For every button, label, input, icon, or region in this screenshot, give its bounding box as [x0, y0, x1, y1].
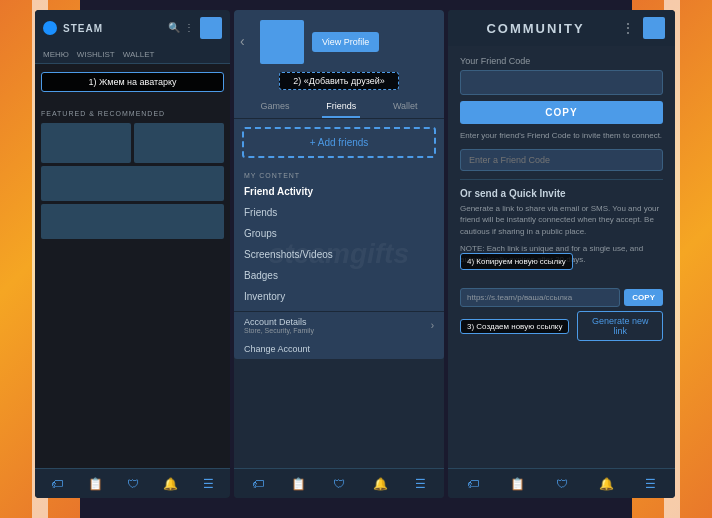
list-icon-mid[interactable]: 📋 [291, 477, 306, 491]
community-panel: COMMUNITY ⋮ Your Friend Code COPY Enter … [448, 10, 675, 498]
friend-code-label: Your Friend Code [460, 56, 663, 66]
tag-icon[interactable]: 🏷 [51, 477, 63, 491]
shield-icon[interactable]: 🛡 [127, 477, 139, 491]
tab-friends[interactable]: Friends [322, 96, 360, 118]
tag-icon-mid[interactable]: 🏷 [252, 477, 264, 491]
hamburger-icon-mid[interactable]: ☰ [415, 477, 426, 491]
badges-item[interactable]: Badges [234, 265, 444, 286]
groups-item[interactable]: Groups [234, 223, 444, 244]
generate-row: 3) Создаем новую ссылку Generate new lin… [460, 311, 663, 341]
featured-img-2 [134, 123, 224, 163]
profile-tabs: Games Friends Wallet [234, 96, 444, 119]
copy-link-button[interactable]: COPY [624, 289, 663, 306]
list-icon-right[interactable]: 📋 [510, 477, 525, 491]
middle-bottom-nav: 🏷 📋 🛡 🔔 ☰ [234, 468, 444, 498]
profile-top: ‹ View Profile [234, 10, 444, 72]
shield-icon-right[interactable]: 🛡 [556, 477, 568, 491]
featured-img-3 [41, 166, 224, 201]
steam-title: STEAM [63, 23, 103, 34]
community-menu-icon[interactable]: ⋮ [621, 20, 635, 36]
avatar[interactable] [200, 17, 222, 39]
community-header: COMMUNITY ⋮ [448, 10, 675, 46]
step1-tooltip: 1) Жмем на аватарку [41, 72, 224, 92]
bell-icon[interactable]: 🔔 [163, 477, 178, 491]
right-bottom-nav: 🏷 📋 🛡 🔔 ☰ [448, 468, 675, 498]
steam-window-controls: 🔍 ⋮ [168, 17, 222, 39]
featured-img-1 [41, 123, 131, 163]
list-icon[interactable]: 📋 [88, 477, 103, 491]
enter-friend-code-input[interactable] [460, 149, 663, 171]
featured-label: FEATURED & RECOMMENDED [41, 110, 224, 117]
shield-icon-mid[interactable]: 🛡 [333, 477, 345, 491]
steam-titlebar: STEAM 🔍 ⋮ [35, 10, 230, 46]
step4-tooltip: 4) Копируем новую ссылку [460, 253, 573, 270]
friend-code-input[interactable] [460, 70, 663, 95]
bell-icon-right[interactable]: 🔔 [599, 477, 614, 491]
nav-wishlist[interactable]: WISHLIST [73, 46, 119, 63]
steam-nav-bar: МЕНЮ WISHLIST WALLET [35, 46, 230, 64]
account-details-sub: Store, Security, Family [244, 327, 314, 334]
tag-icon-right[interactable]: 🏷 [467, 477, 479, 491]
top-row: STEAM 🔍 ⋮ МЕНЮ WISHLIST WALLET 1) Жмем н… [35, 10, 675, 498]
bell-icon-mid[interactable]: 🔔 [373, 477, 388, 491]
steam-logo-icon [43, 21, 57, 35]
featured-images [41, 123, 224, 163]
add-friends-button[interactable]: + Add friends [242, 127, 436, 158]
back-arrow-icon[interactable]: ‹ [240, 33, 245, 49]
menu-icon[interactable]: ⋮ [184, 22, 196, 34]
my-content-label: MY CONTENT [234, 166, 444, 181]
chevron-right-icon: › [431, 320, 434, 331]
steam-client-panel: STEAM 🔍 ⋮ МЕНЮ WISHLIST WALLET 1) Жмем н… [35, 10, 230, 498]
inventory-item[interactable]: Inventory [234, 286, 444, 307]
nav-wallet[interactable]: WALLET [119, 46, 159, 63]
quick-invite-title: Or send a Quick Invite [460, 188, 663, 199]
change-account-item[interactable]: Change Account [234, 339, 444, 359]
community-content: Your Friend Code COPY Enter your friend'… [448, 46, 675, 351]
search-icon[interactable]: 🔍 [168, 22, 180, 34]
tab-games[interactable]: Games [256, 96, 293, 118]
left-content: FEATURED & RECOMMENDED [35, 100, 230, 245]
generate-link-button[interactable]: Generate new link [577, 311, 663, 341]
account-details-row[interactable]: Account Details Store, Security, Family … [234, 311, 444, 339]
profile-dropdown: ‹ View Profile 2) «Добавить друзей» Game… [234, 10, 444, 359]
view-profile-button[interactable]: View Profile [312, 32, 379, 52]
friend-activity-item[interactable]: Friend Activity [234, 181, 444, 202]
left-bottom-nav: 🏷 📋 🛡 🔔 ☰ [35, 468, 230, 498]
hamburger-icon[interactable]: ☰ [203, 477, 214, 491]
link-row: COPY [460, 288, 663, 307]
add-friends-container: + Add friends [234, 119, 444, 166]
invite-text: Enter your friend's Friend Code to invit… [460, 130, 663, 141]
community-avatar[interactable] [643, 17, 665, 39]
hamburger-icon-right[interactable]: ☰ [645, 477, 656, 491]
screenshots-videos-item[interactable]: Screenshots/Videos [234, 244, 444, 265]
profile-dropdown-panel: ‹ View Profile 2) «Добавить друзей» Game… [234, 10, 444, 498]
profile-avatar [260, 20, 304, 64]
main-container: STEAM 🔍 ⋮ МЕНЮ WISHLIST WALLET 1) Жмем н… [35, 10, 675, 508]
nav-menu[interactable]: МЕНЮ [39, 46, 73, 63]
featured-img-4 [41, 204, 224, 239]
step3-tooltip: 3) Создаем новую ссылку [460, 319, 569, 334]
copy-friend-code-button[interactable]: COPY [460, 101, 663, 124]
share-link-input[interactable] [460, 288, 620, 307]
quick-invite-desc: Generate a link to share via email or SM… [460, 203, 663, 237]
account-details-label: Account Details [244, 317, 314, 327]
community-title: COMMUNITY [486, 21, 584, 36]
account-details-text: Account Details Store, Security, Family [244, 317, 314, 334]
quick-invite-note: NOTE: Each link is unique and for a sing… [460, 243, 663, 283]
step2-tooltip: 2) «Добавить друзей» [279, 72, 399, 90]
divider [460, 179, 663, 180]
friends-item[interactable]: Friends [234, 202, 444, 223]
tab-wallet[interactable]: Wallet [389, 96, 422, 118]
